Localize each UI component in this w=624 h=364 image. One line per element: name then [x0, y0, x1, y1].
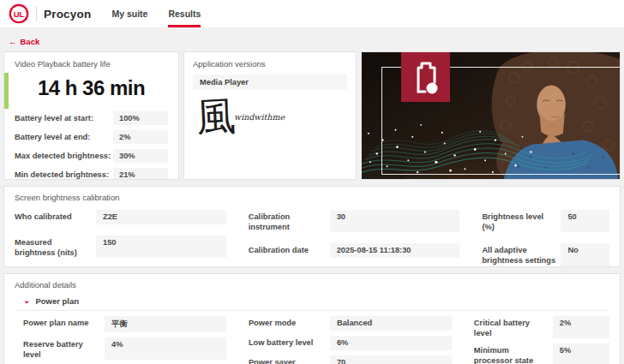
- field-label: Power plan name: [23, 316, 105, 332]
- back-bar: ← Back: [0, 27, 624, 51]
- calibration-field: Who calibrated Z2E: [15, 210, 226, 224]
- field-label: Low battery level: [249, 336, 330, 350]
- power-plan-field: Reserve battery level 4%: [23, 337, 226, 360]
- field-value: Z2E: [96, 210, 226, 224]
- field-label: Power mode: [249, 316, 330, 331]
- field-label: Measured brightness (nits): [15, 236, 96, 258]
- calibration-field: Calibration instrument 30: [249, 210, 460, 232]
- calibration-title: Screen brightness calibration: [15, 193, 609, 202]
- field-label: Power saver display brightness: [249, 355, 330, 364]
- battery-life-icon: [411, 60, 441, 94]
- battery-field-row: Battery level at start: 100%: [15, 111, 168, 125]
- field-label: Reserve battery level: [23, 337, 105, 360]
- field-value: Balanced: [330, 316, 452, 331]
- calibration-field: All adaptive brightness settings were di…: [482, 243, 609, 267]
- media-player-row[interactable]: Media Player: [193, 75, 347, 90]
- battery-duration: 14 h 36 min: [15, 76, 168, 100]
- field-label: Battery level at start:: [15, 114, 113, 122]
- field-value: No: [561, 243, 609, 267]
- battery-field-row: Battery level at end: 2%: [15, 130, 168, 144]
- field-label: Critical battery level: [474, 316, 553, 338]
- nav-results[interactable]: Results: [168, 0, 201, 27]
- field-value: 21%: [113, 168, 168, 180]
- application-versions-card: Application versions Media Player 風windw…: [183, 51, 357, 180]
- green-accent-bar: [4, 73, 9, 109]
- battery-card-title: Video Playback battery life: [15, 59, 168, 69]
- watermark-text: windwithme: [234, 112, 285, 122]
- power-plan-field: Minimum processor state 5%: [474, 343, 609, 364]
- power-plan-field: Critical battery level 2%: [474, 316, 609, 338]
- field-value: 50: [561, 210, 609, 232]
- power-plan-field: Power plan name 平衡: [23, 316, 226, 332]
- power-plan-field: Low battery level 6%: [249, 336, 452, 350]
- field-label: Calibration date: [249, 243, 330, 258]
- field-value: 平衡: [105, 316, 226, 332]
- power-plan-field: Power saver display brightness 70: [249, 355, 452, 364]
- field-value: 5%: [553, 343, 609, 364]
- field-label: Max detected brightness:: [15, 152, 113, 160]
- field-value: 2025-08-15 11:18:30: [330, 243, 460, 258]
- screen-brightness-calibration-card: Screen brightness calibration Who calibr…: [3, 186, 621, 267]
- power-plan-expander[interactable]: ⌄ Power plan: [15, 292, 609, 311]
- field-label: Calibration instrument: [249, 210, 330, 232]
- brand-title: Procyon: [44, 8, 91, 21]
- back-arrow-icon: ←: [9, 37, 17, 46]
- field-value: 2%: [553, 316, 609, 338]
- field-value: 70: [330, 355, 452, 364]
- power-plan-header-label: Power plan: [35, 296, 79, 306]
- battery-life-card: Video Playback battery life 14 h 36 min …: [3, 51, 179, 180]
- battery-field-row: Min detected brightness: 21%: [15, 168, 168, 180]
- battery-test-badge: [401, 52, 450, 102]
- calibration-field: Calibration date 2025-08-15 11:18:30: [249, 243, 460, 258]
- field-label: Brightness level (%): [482, 210, 561, 232]
- ul-logo-icon: UL ®: [9, 3, 29, 24]
- app-versions-title: Application versions: [193, 59, 347, 69]
- calibration-field: Brightness level (%) 50: [482, 210, 609, 232]
- field-value: 4%: [105, 337, 226, 360]
- field-value: 30%: [113, 149, 168, 163]
- calibration-field: Measured brightness (nits) 150: [15, 236, 226, 258]
- svg-text:®: ®: [25, 17, 28, 22]
- back-button[interactable]: ← Back: [9, 37, 39, 46]
- field-label: Who calibrated: [15, 210, 96, 224]
- logo-divider: [36, 6, 37, 21]
- field-label: Min detected brightness:: [15, 170, 113, 179]
- field-label: Battery level at end:: [15, 133, 113, 141]
- power-plan-field: Power mode Balanced: [249, 316, 452, 331]
- field-label: Minimum processor state: [474, 343, 553, 364]
- field-value: 2%: [113, 130, 168, 144]
- back-label: Back: [21, 37, 40, 46]
- svg-text:UL: UL: [14, 9, 25, 19]
- field-value: 150: [96, 236, 226, 258]
- field-label: All adaptive brightness settings were di…: [482, 243, 561, 267]
- additional-details-card: Additional details ⌄ Power plan Power pl…: [3, 273, 621, 364]
- hero-image: [361, 51, 621, 180]
- field-value: 30: [330, 210, 460, 232]
- chevron-down-icon: ⌄: [23, 298, 30, 303]
- field-value: 100%: [113, 111, 168, 125]
- main-nav: My suite Results: [111, 0, 221, 27]
- field-value: 6%: [330, 336, 452, 350]
- ul-logo: UL ®: [9, 3, 29, 24]
- nav-my-suite[interactable]: My suite: [111, 0, 147, 27]
- app-header: UL ® Procyon My suite Results: [0, 0, 624, 27]
- additional-details-title: Additional details: [15, 280, 609, 289]
- windwithme-watermark: 風windwithme: [196, 97, 285, 136]
- battery-field-row: Max detected brightness: 30%: [15, 149, 168, 163]
- wind-calligraphy-glyph: 風: [195, 96, 237, 137]
